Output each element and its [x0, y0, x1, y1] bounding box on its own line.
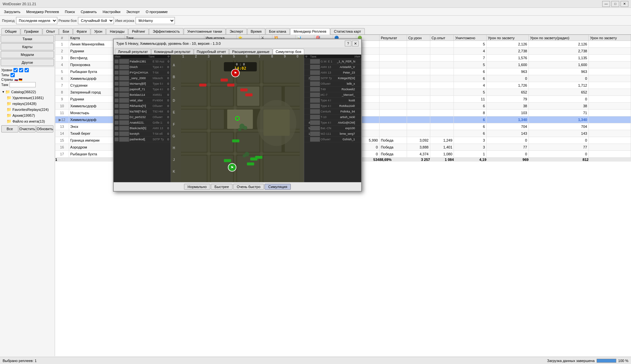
left-player-row[interactable]: papinoff_71 Type 4 I 0 — [114, 87, 171, 92]
speed-vfast-btn[interactable]: Очень быстро — [233, 184, 264, 190]
right-player-row[interactable]: AMX 13 Aristarkh_V — [304, 64, 361, 70]
th-destroyed[interactable]: Уничтожено — [454, 35, 486, 41]
cell-assist-radio: 2,126 — [529, 41, 588, 48]
modal-close-btn[interactable]: ✕ — [352, 41, 359, 46]
tree-deleted[interactable]: 📁 Удаленные(11681) — [0, 95, 55, 101]
player-select[interactable]: McHarny — [136, 17, 175, 24]
tab-graphs[interactable]: Графики — [21, 28, 42, 34]
tab-destroyed[interactable]: Уничтоженные танки — [184, 28, 226, 34]
modal-help-btn[interactable]: ? — [345, 41, 351, 46]
left-player-row[interactable]: Borislav114 XM551 0 — [114, 92, 171, 98]
tab-clan[interactable]: Бои клана — [266, 28, 290, 34]
tab-rating[interactable]: Рейтинг — [128, 28, 149, 34]
filter-types-check[interactable] — [10, 73, 15, 77]
modal-tab-simulator[interactable]: Симулятор боя — [273, 49, 304, 54]
menu-compare[interactable]: Сравнить — [78, 9, 100, 14]
tab-battles[interactable]: Бои — [59, 28, 72, 34]
all-btn[interactable]: Все — [1, 125, 18, 132]
player-tank-icon — [119, 131, 129, 136]
mode-select[interactable]: Случайный бой — [78, 17, 114, 24]
speed-sim-btn[interactable]: Симуляция — [265, 184, 291, 190]
maximize-button[interactable]: □ — [611, 1, 619, 7]
tab-expert[interactable]: Эксперт — [226, 28, 247, 34]
left-player-row[interactable]: PYQACHYUA T-54 0 — [114, 70, 171, 76]
modal-tab-detailed[interactable]: Подробный отчет — [194, 49, 229, 54]
tab-efficiency[interactable]: Эффективность — [149, 28, 183, 34]
minimize-button[interactable]: — — [602, 1, 610, 7]
filter-tanks-btn[interactable]: Танки — [1, 35, 54, 43]
th-assist-radio[interactable]: Урон по засвету(радио) — [529, 35, 588, 41]
menu-search[interactable]: Поиск — [62, 9, 77, 14]
modal-tab-extended[interactable]: Расширенные данные — [229, 49, 272, 54]
left-player-row[interactable]: _sany_2000 Mäusch 0 — [114, 76, 171, 81]
speed-fast-btn[interactable]: Быстрее — [211, 184, 232, 190]
cell-assist-spot: 0 — [486, 75, 529, 82]
cell-num: 9 — [55, 96, 69, 103]
th-assist-track[interactable]: Урон по засвету — [588, 35, 631, 41]
left-player-row[interactable]: korotyh T-54 об 0 — [114, 131, 171, 137]
filter-maps-btn[interactable]: Карты — [1, 43, 54, 50]
cell-num: 15 — [55, 137, 69, 144]
filter-medals-btn[interactable]: Медали — [1, 51, 54, 58]
right-player-row[interactable]: 5 Bat.-Chi exp100 — [304, 126, 361, 131]
menu-settings[interactable]: Настройки — [100, 9, 123, 14]
left-player-row[interactable]: BlaskJack[5] AMX 13 0 — [114, 126, 171, 131]
svg-rect-47 — [245, 94, 252, 96]
filter-other-btn[interactable]: Другое — [1, 59, 54, 66]
tab-awards[interactable]: Награды — [106, 28, 128, 34]
tree-inet[interactable]: 📁 Файло из инета(13) — [0, 118, 55, 124]
left-player-row[interactable]: McHarny[Ef] Type 5 I 0 — [114, 81, 171, 87]
left-player-row[interactable]: Rikhanka[Ti] Объект 0 — [114, 103, 171, 109]
player-name: Rockweli2 — [332, 88, 355, 91]
tree-archive[interactable]: 📁 Архив(19957) — [0, 113, 55, 118]
th-assist-spot[interactable]: Урон по засвету — [486, 35, 529, 41]
close-button[interactable]: ✕ — [621, 1, 628, 7]
right-player-row[interactable]: Объект lelik_x — [304, 81, 361, 87]
right-player-row[interactable]: Type 4 I kustt — [304, 98, 361, 103]
tab-time[interactable]: Время — [247, 28, 265, 34]
right-player-row[interactable]: Type 4 I RoMka164l! — [304, 103, 361, 109]
tree-favorites[interactable]: 📁 FavoritesReplays(224) — [0, 107, 55, 113]
left-player-row[interactable]: Divich Type 4 I 0 — [114, 64, 171, 70]
right-player-row[interactable]: 1 WZ-111 bmw_serg7 — [304, 131, 361, 137]
menu-about[interactable]: О программе — [143, 9, 170, 14]
filter-tank-input[interactable] — [9, 82, 36, 87]
menu-replays[interactable]: Менеджер Реплеев — [24, 9, 62, 14]
right-player-row[interactable]: 2 S0TP Ty Kotega35[St] — [304, 76, 361, 81]
right-player-row[interactable]: ИС-7 _Mercerl_ — [304, 92, 361, 98]
menu-export[interactable]: Экспорт — [124, 9, 142, 14]
right-player-row[interactable]: Объект Gshish_1 — [304, 137, 361, 142]
left-player-row[interactable]: kia789[T-BA] T92 HM 0 — [114, 109, 171, 114]
tree-replays[interactable]: 📁 replays(16428) — [0, 101, 55, 107]
speed-normal-btn[interactable]: Нормально — [184, 184, 210, 190]
right-player-row[interactable]: G.W. E 1 _1_N_FER_N — [304, 59, 361, 64]
modal-tab-personal[interactable]: Личный результат — [115, 49, 151, 54]
filter-types-check2[interactable] — [19, 68, 23, 72]
filter-levels-check[interactable] — [13, 68, 18, 72]
main-tab-bar: Общие Графики Опыт Бои Фраги Урон Наград… — [0, 26, 631, 35]
left-player-row[interactable]: vetal_slav FV4004 0 — [114, 98, 171, 103]
right-player-row[interactable]: AMX 13 Peter_23 — [304, 70, 361, 76]
period-select[interactable]: Последняя неделя — [16, 17, 57, 24]
refresh-btn[interactable]: Обновить — [36, 125, 53, 132]
left-player-row[interactable]: pashenkod[. S0TP Ty 0 — [114, 137, 171, 142]
tab-map-stats[interactable]: Статистика карт — [330, 28, 365, 34]
right-player-row[interactable]: 4 Type 4 I AiviGo[KOM] — [304, 120, 361, 126]
tab-general[interactable]: Общие — [1, 28, 20, 34]
left-player-row[interactable]: Paladin1381 E 50 Auz 0 — [114, 59, 171, 64]
clear-btn[interactable]: Очистить — [19, 125, 36, 132]
tree-root[interactable]: ▼ 📁 Catalog(36622) — [0, 89, 55, 95]
right-player-row[interactable]: T-10 artiuh_nickl — [304, 114, 361, 120]
tab-damage[interactable]: Урон — [91, 28, 106, 34]
filter-types-check3[interactable] — [25, 68, 29, 72]
right-player-row[interactable]: T49 Rockweli2 — [304, 87, 361, 92]
tab-replays[interactable]: Менеджер Реплеев — [290, 28, 330, 35]
tab-frags[interactable]: Фраги — [73, 28, 90, 34]
left-player-row[interactable]: DJ_per5152 Объект 0 — [114, 114, 171, 120]
right-player-row[interactable]: Centurk Polinka_94 — [304, 109, 361, 114]
tab-exp[interactable]: Опыт — [43, 28, 59, 34]
menu-load[interactable]: Загрузить — [1, 9, 23, 14]
modal-tab-team[interactable]: Командный результат — [151, 49, 194, 54]
left-players-list: Paladin1381 E 50 Auz 0 Divich Type 4 I 0… — [114, 59, 171, 142]
left-player-row[interactable]: Anatoli221. Grille 1: 0 — [114, 120, 171, 126]
